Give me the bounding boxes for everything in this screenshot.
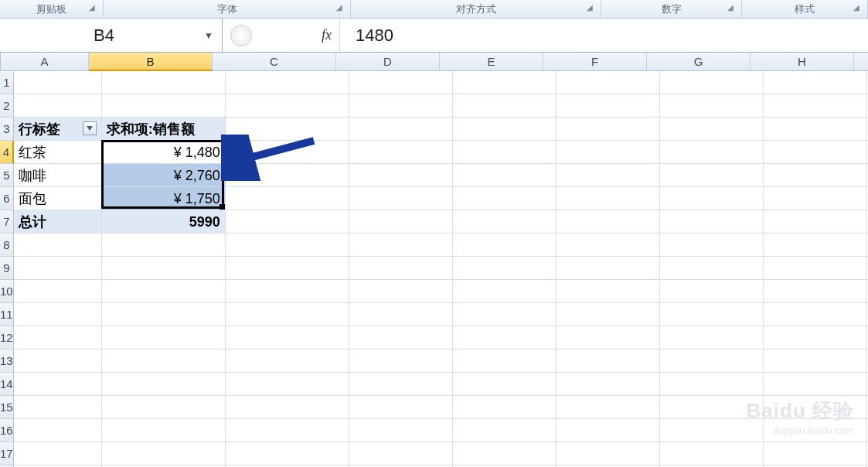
cell[interactable] (764, 373, 867, 396)
cell[interactable] (453, 349, 557, 373)
cell[interactable] (764, 94, 867, 118)
cell[interactable] (453, 373, 557, 396)
row-header[interactable]: 17 (0, 442, 14, 465)
row-header[interactable]: 10 (0, 280, 14, 303)
cell[interactable] (226, 141, 349, 164)
dialog-launcher-icon[interactable]: ◢ (727, 3, 738, 14)
cell[interactable] (226, 257, 349, 280)
cell[interactable] (764, 141, 867, 164)
cell[interactable] (764, 326, 867, 349)
cell[interactable] (453, 118, 557, 141)
cell[interactable] (660, 141, 764, 164)
cell[interactable] (660, 94, 764, 118)
cell[interactable] (557, 234, 660, 257)
cell[interactable] (764, 349, 867, 373)
cell[interactable] (660, 349, 764, 373)
cell[interactable] (764, 303, 867, 326)
cell[interactable] (102, 349, 226, 373)
pivot-value-cell[interactable]: ¥ 2,760 (102, 164, 226, 187)
cell[interactable] (349, 71, 453, 94)
cells-area[interactable]: 行标签求和项:销售额红茶¥ 1,480咖啡¥ 2,760面包¥ 1,750总计5… (14, 71, 868, 467)
cell[interactable] (557, 257, 660, 280)
cell[interactable] (14, 326, 102, 349)
pivot-total-value[interactable]: 5990 (102, 210, 226, 234)
dialog-launcher-icon[interactable]: ◢ (89, 3, 100, 14)
cell[interactable] (349, 419, 453, 442)
cell[interactable] (660, 118, 764, 141)
cell[interactable] (349, 94, 453, 118)
row-header[interactable]: 9 (0, 257, 14, 280)
cell[interactable] (349, 442, 453, 465)
column-header[interactable]: C (213, 53, 336, 71)
cell[interactable] (453, 280, 557, 303)
cell[interactable] (453, 303, 557, 326)
cell[interactable] (349, 303, 453, 326)
pivot-value-cell[interactable]: ¥ 1,750 (102, 187, 226, 210)
cell[interactable] (349, 373, 453, 396)
cell[interactable] (349, 187, 453, 210)
cell[interactable] (14, 373, 102, 396)
cell[interactable] (349, 141, 453, 164)
cell[interactable] (349, 234, 453, 257)
cell[interactable] (349, 349, 453, 373)
cell[interactable] (102, 94, 226, 118)
cell[interactable] (557, 326, 660, 349)
cell[interactable] (557, 94, 660, 118)
ribbon-group[interactable]: 字体◢ (104, 0, 351, 18)
cell[interactable] (764, 71, 867, 94)
cell[interactable] (102, 326, 226, 349)
cell[interactable] (226, 234, 349, 257)
fx-icon[interactable]: fx (322, 27, 332, 43)
cell[interactable] (349, 396, 453, 419)
cell[interactable] (660, 210, 764, 234)
cell[interactable] (557, 164, 660, 187)
cell[interactable] (557, 71, 660, 94)
cell[interactable] (764, 210, 867, 234)
cell[interactable] (557, 280, 660, 303)
cell[interactable] (226, 373, 349, 396)
cell[interactable] (14, 234, 102, 257)
cell[interactable] (102, 396, 226, 419)
cell[interactable] (660, 164, 764, 187)
row-header[interactable]: 16 (0, 419, 14, 442)
cell[interactable] (660, 71, 764, 94)
cell[interactable] (102, 280, 226, 303)
cell[interactable] (557, 210, 660, 234)
cell[interactable] (660, 257, 764, 280)
cell[interactable] (660, 187, 764, 210)
cell[interactable] (226, 71, 349, 94)
cell[interactable] (226, 442, 349, 465)
pivot-value-header[interactable]: 求和项:销售额 (102, 118, 226, 141)
ribbon-group[interactable]: 样式◢ (742, 0, 868, 18)
cell[interactable] (764, 187, 867, 210)
formula-input[interactable]: 1480 (340, 26, 868, 46)
cell[interactable] (226, 303, 349, 326)
cell[interactable] (226, 164, 349, 187)
row-header[interactable]: 13 (0, 349, 14, 373)
cell[interactable] (557, 396, 660, 419)
cell[interactable] (453, 234, 557, 257)
cell[interactable]: 行标签 (14, 118, 102, 141)
cell[interactable] (557, 118, 660, 141)
column-header[interactable]: D (336, 53, 440, 71)
cell[interactable] (660, 442, 764, 465)
cell[interactable] (226, 419, 349, 442)
row-header[interactable]: 14 (0, 373, 14, 396)
cell[interactable] (102, 442, 226, 465)
cell[interactable] (349, 164, 453, 187)
cell[interactable] (14, 280, 102, 303)
cell[interactable] (102, 419, 226, 442)
cell[interactable] (226, 396, 349, 419)
cell[interactable] (764, 442, 867, 465)
row-header[interactable]: 11 (0, 303, 14, 326)
cell[interactable] (14, 396, 102, 419)
cell[interactable] (349, 118, 453, 141)
cell[interactable] (764, 118, 867, 141)
cell[interactable] (453, 257, 557, 280)
cell[interactable] (226, 280, 349, 303)
cell[interactable] (14, 419, 102, 442)
cell[interactable] (764, 257, 867, 280)
name-box-dropdown-icon[interactable]: ▼ (202, 30, 216, 41)
cell[interactable] (226, 349, 349, 373)
cell[interactable] (557, 442, 660, 465)
